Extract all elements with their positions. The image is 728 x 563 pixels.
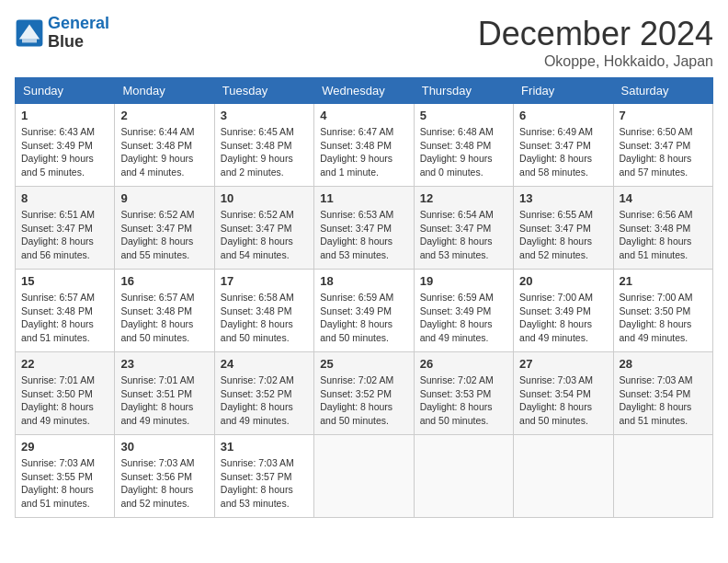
calendar-week-row: 15Sunrise: 6:57 AM Sunset: 3:48 PM Dayli… xyxy=(16,270,713,352)
calendar-title: December 2024 xyxy=(478,15,713,53)
calendar-day-cell: 26Sunrise: 7:02 AM Sunset: 3:53 PM Dayli… xyxy=(414,352,513,435)
day-number: 15 xyxy=(21,274,108,288)
day-info: Sunrise: 6:58 AM Sunset: 3:48 PM Dayligh… xyxy=(221,291,308,345)
weekday-header-thursday: Thursday xyxy=(414,78,513,104)
calendar-day-cell: 7Sunrise: 6:50 AM Sunset: 3:47 PM Daylig… xyxy=(613,104,712,187)
day-info: Sunrise: 7:00 AM Sunset: 3:50 PM Dayligh… xyxy=(620,291,707,345)
day-info: Sunrise: 6:59 AM Sunset: 3:49 PM Dayligh… xyxy=(420,291,507,345)
day-info: Sunrise: 7:03 AM Sunset: 3:57 PM Dayligh… xyxy=(221,456,308,511)
weekday-header-monday: Monday xyxy=(115,78,214,104)
day-info: Sunrise: 7:01 AM Sunset: 3:50 PM Dayligh… xyxy=(21,373,108,428)
day-number: 20 xyxy=(519,274,607,288)
day-info: Sunrise: 6:59 AM Sunset: 3:49 PM Dayligh… xyxy=(320,291,407,345)
day-info: Sunrise: 7:02 AM Sunset: 3:52 PM Dayligh… xyxy=(320,373,407,428)
calendar-day-cell: 24Sunrise: 7:02 AM Sunset: 3:52 PM Dayli… xyxy=(214,352,313,435)
weekday-header-saturday: Saturday xyxy=(613,78,712,104)
day-number: 16 xyxy=(120,274,208,288)
day-number: 8 xyxy=(21,191,108,205)
calendar-day-cell: 10Sunrise: 6:52 AM Sunset: 3:47 PM Dayli… xyxy=(214,187,313,270)
day-number: 26 xyxy=(420,357,507,371)
calendar-day-cell: 28Sunrise: 7:03 AM Sunset: 3:54 PM Dayli… xyxy=(613,352,712,435)
day-info: Sunrise: 7:03 AM Sunset: 3:54 PM Dayligh… xyxy=(519,373,607,428)
empty-cell xyxy=(414,435,513,518)
day-info: Sunrise: 6:53 AM Sunset: 3:47 PM Dayligh… xyxy=(320,208,407,262)
day-number: 1 xyxy=(21,109,108,122)
day-info: Sunrise: 6:45 AM Sunset: 3:48 PM Dayligh… xyxy=(221,125,308,179)
day-number: 4 xyxy=(320,109,407,122)
calendar-day-cell: 25Sunrise: 7:02 AM Sunset: 3:52 PM Dayli… xyxy=(314,352,414,435)
day-info: Sunrise: 6:52 AM Sunset: 3:47 PM Dayligh… xyxy=(221,208,308,262)
day-info: Sunrise: 7:00 AM Sunset: 3:49 PM Dayligh… xyxy=(519,291,607,345)
calendar-day-cell: 15Sunrise: 6:57 AM Sunset: 3:48 PM Dayli… xyxy=(16,270,115,352)
calendar-day-cell: 17Sunrise: 6:58 AM Sunset: 3:48 PM Dayli… xyxy=(214,270,313,352)
day-info: Sunrise: 6:52 AM Sunset: 3:47 PM Dayligh… xyxy=(120,208,208,262)
calendar-week-row: 29Sunrise: 7:03 AM Sunset: 3:55 PM Dayli… xyxy=(16,435,713,518)
day-info: Sunrise: 7:02 AM Sunset: 3:52 PM Dayligh… xyxy=(221,373,308,428)
weekday-header-row: SundayMondayTuesdayWednesdayThursdayFrid… xyxy=(16,78,713,104)
day-info: Sunrise: 6:55 AM Sunset: 3:47 PM Dayligh… xyxy=(519,208,607,262)
calendar-week-row: 1Sunrise: 6:43 AM Sunset: 3:49 PM Daylig… xyxy=(16,104,713,187)
calendar-day-cell: 8Sunrise: 6:51 AM Sunset: 3:47 PM Daylig… xyxy=(16,187,115,270)
calendar-day-cell: 20Sunrise: 7:00 AM Sunset: 3:49 PM Dayli… xyxy=(514,270,613,352)
weekday-header-sunday: Sunday xyxy=(16,78,115,104)
day-number: 22 xyxy=(21,357,108,371)
day-number: 24 xyxy=(221,357,308,371)
calendar-day-cell: 23Sunrise: 7:01 AM Sunset: 3:51 PM Dayli… xyxy=(115,352,214,435)
day-info: Sunrise: 6:44 AM Sunset: 3:48 PM Dayligh… xyxy=(120,125,208,179)
calendar-day-cell: 5Sunrise: 6:48 AM Sunset: 3:48 PM Daylig… xyxy=(414,104,513,187)
calendar-day-cell: 22Sunrise: 7:01 AM Sunset: 3:50 PM Dayli… xyxy=(16,352,115,435)
calendar-day-cell: 4Sunrise: 6:47 AM Sunset: 3:48 PM Daylig… xyxy=(314,104,414,187)
day-info: Sunrise: 6:47 AM Sunset: 3:48 PM Dayligh… xyxy=(320,125,407,179)
day-number: 5 xyxy=(420,109,507,122)
calendar-day-cell: 3Sunrise: 6:45 AM Sunset: 3:48 PM Daylig… xyxy=(214,104,313,187)
day-info: Sunrise: 6:57 AM Sunset: 3:48 PM Dayligh… xyxy=(21,291,108,345)
day-number: 12 xyxy=(420,191,507,205)
logo-icon xyxy=(15,18,44,48)
day-number: 23 xyxy=(120,357,208,371)
day-info: Sunrise: 7:01 AM Sunset: 3:51 PM Dayligh… xyxy=(120,373,208,428)
empty-cell xyxy=(514,435,613,518)
day-info: Sunrise: 6:51 AM Sunset: 3:47 PM Dayligh… xyxy=(21,208,108,262)
day-info: Sunrise: 6:48 AM Sunset: 3:48 PM Dayligh… xyxy=(420,125,507,179)
weekday-header-wednesday: Wednesday xyxy=(314,78,414,104)
empty-cell xyxy=(613,435,712,518)
day-number: 13 xyxy=(519,191,607,205)
calendar-day-cell: 18Sunrise: 6:59 AM Sunset: 3:49 PM Dayli… xyxy=(314,270,414,352)
calendar-day-cell: 30Sunrise: 7:03 AM Sunset: 3:56 PM Dayli… xyxy=(115,435,214,518)
svg-rect-2 xyxy=(22,39,37,42)
calendar-day-cell: 6Sunrise: 6:49 AM Sunset: 3:47 PM Daylig… xyxy=(514,104,613,187)
title-block: December 2024 Okoppe, Hokkaido, Japan xyxy=(478,15,713,70)
calendar-day-cell: 11Sunrise: 6:53 AM Sunset: 3:47 PM Dayli… xyxy=(314,187,414,270)
calendar-day-cell: 31Sunrise: 7:03 AM Sunset: 3:57 PM Dayli… xyxy=(214,435,313,518)
day-number: 27 xyxy=(519,357,607,371)
calendar-day-cell: 16Sunrise: 6:57 AM Sunset: 3:48 PM Dayli… xyxy=(115,270,214,352)
day-number: 28 xyxy=(620,357,707,371)
day-number: 3 xyxy=(221,109,308,122)
calendar-day-cell: 2Sunrise: 6:44 AM Sunset: 3:48 PM Daylig… xyxy=(115,104,214,187)
calendar-day-cell: 29Sunrise: 7:03 AM Sunset: 3:55 PM Dayli… xyxy=(16,435,115,518)
calendar-subtitle: Okoppe, Hokkaido, Japan xyxy=(478,53,713,70)
day-number: 21 xyxy=(620,274,707,288)
calendar-day-cell: 12Sunrise: 6:54 AM Sunset: 3:47 PM Dayli… xyxy=(414,187,513,270)
weekday-header-friday: Friday xyxy=(514,78,613,104)
day-info: Sunrise: 7:03 AM Sunset: 3:54 PM Dayligh… xyxy=(620,373,707,428)
day-number: 2 xyxy=(120,109,208,122)
day-number: 10 xyxy=(221,191,308,205)
calendar-day-cell: 9Sunrise: 6:52 AM Sunset: 3:47 PM Daylig… xyxy=(115,187,214,270)
day-info: Sunrise: 6:49 AM Sunset: 3:47 PM Dayligh… xyxy=(519,125,607,179)
day-number: 25 xyxy=(320,357,407,371)
day-number: 18 xyxy=(320,274,407,288)
day-number: 30 xyxy=(120,440,208,454)
day-info: Sunrise: 7:03 AM Sunset: 3:55 PM Dayligh… xyxy=(21,456,108,511)
day-number: 14 xyxy=(620,191,707,205)
calendar-day-cell: 21Sunrise: 7:00 AM Sunset: 3:50 PM Dayli… xyxy=(613,270,712,352)
calendar-table: SundayMondayTuesdayWednesdayThursdayFrid… xyxy=(15,77,713,518)
logo-line1: General xyxy=(48,14,109,32)
page-header: General Blue December 2024 Okoppe, Hokka… xyxy=(15,15,713,70)
day-number: 17 xyxy=(221,274,308,288)
logo-text: General Blue xyxy=(48,15,109,52)
day-info: Sunrise: 6:50 AM Sunset: 3:47 PM Dayligh… xyxy=(620,125,707,179)
day-number: 11 xyxy=(320,191,407,205)
day-number: 31 xyxy=(221,440,308,454)
calendar-day-cell: 13Sunrise: 6:55 AM Sunset: 3:47 PM Dayli… xyxy=(514,187,613,270)
